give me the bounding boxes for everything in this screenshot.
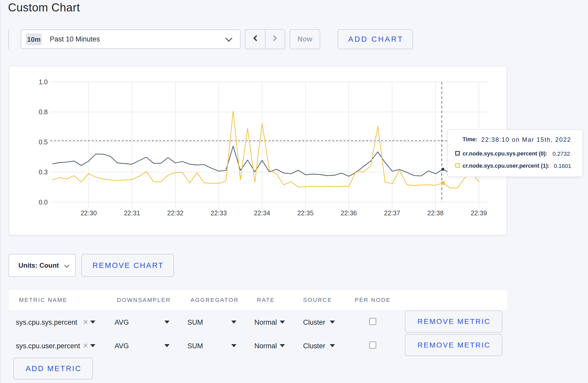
svg-text:22:37: 22:37 [384,209,400,217]
svg-text:0.0: 0.0 [39,198,48,206]
svg-text:22:32: 22:32 [167,209,184,217]
svg-text:0.8: 0.8 [39,108,48,116]
svg-text:22:33: 22:33 [211,209,227,217]
svg-text:1.0: 1.0 [39,78,48,86]
svg-text:22:31: 22:31 [124,209,140,217]
svg-text:22:34: 22:34 [254,209,270,217]
svg-text:0.5: 0.5 [39,138,48,146]
svg-text:0.3: 0.3 [39,168,48,176]
svg-text:22:30: 22:30 [81,209,97,217]
svg-text:22:36: 22:36 [341,209,357,217]
svg-text:22:38: 22:38 [427,209,444,217]
svg-text:22:39: 22:39 [471,209,487,217]
svg-text:22:35: 22:35 [297,209,314,217]
